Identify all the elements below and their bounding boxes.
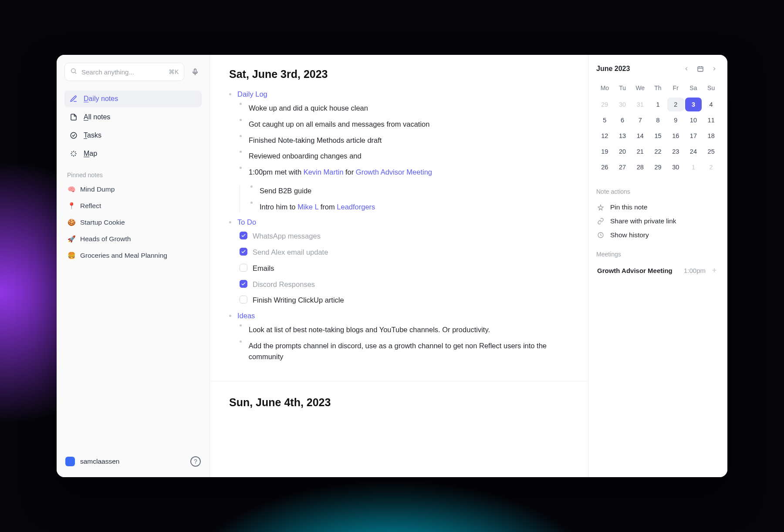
calendar-day[interactable]: 20	[614, 145, 631, 158]
calendar-day[interactable]: 21	[632, 145, 649, 158]
calendar-next-button[interactable]	[709, 64, 720, 74]
calendar-day[interactable]: 23	[667, 145, 684, 158]
bullet-icon	[240, 151, 242, 153]
calendar-grid: MoTuWeThFrSaSu29303112345678910111213141…	[596, 81, 720, 174]
calendar-day[interactable]: 28	[632, 160, 649, 174]
calendar-day[interactable]: 24	[685, 145, 702, 158]
calendar-day[interactable]: 30	[667, 160, 684, 174]
calendar-today-button[interactable]	[695, 64, 706, 74]
company-mention[interactable]: Leadforgers	[337, 203, 375, 211]
calendar-day[interactable]: 4	[703, 98, 720, 111]
user-avatar[interactable]	[65, 457, 75, 466]
calendar-day[interactable]: 14	[632, 129, 649, 143]
nav-label: Daily notes	[84, 95, 118, 103]
list-item: Finished Note-taking Methods article dra…	[240, 135, 569, 146]
calendar-day[interactable]: 29	[596, 98, 613, 111]
nav-label: Tasks	[84, 131, 101, 139]
meeting-time: 1:00pm	[684, 267, 706, 274]
daily-log-list: Woke up and did a quick house cleanGot c…	[229, 103, 569, 162]
sparkle-icon	[70, 150, 78, 158]
calendar-day[interactable]: 17	[685, 129, 702, 143]
checkbox[interactable]	[240, 296, 247, 303]
event-mention[interactable]: Growth Advisor Meeting	[356, 168, 432, 176]
action-pin[interactable]: Pin this note	[596, 200, 720, 214]
bullet-icon	[250, 185, 253, 188]
pencil-icon	[70, 95, 78, 103]
person-mention[interactable]: Kevin Martin	[304, 168, 344, 176]
todo-label: Send Alex email update	[253, 247, 328, 258]
calendar-day[interactable]: 10	[685, 113, 702, 127]
todo-list: WhatsApp messagesSend Alex email updateE…	[229, 231, 569, 306]
calendar-day[interactable]: 2	[703, 160, 720, 174]
calendar-day[interactable]: 31	[632, 98, 649, 111]
calendar-day[interactable]: 2	[667, 98, 684, 111]
bullet-icon	[240, 103, 242, 105]
calendar-day[interactable]: 6	[614, 113, 631, 127]
add-meeting-button[interactable]: +	[710, 266, 719, 275]
checkbox[interactable]	[240, 232, 247, 239]
pinned-label: Groceries and Meal Planning	[80, 252, 167, 259]
calendar-day[interactable]: 1	[685, 160, 702, 174]
calendar-day[interactable]: 30	[614, 98, 631, 111]
note-actions-header: Note actions	[596, 188, 720, 195]
pinned-item[interactable]: 🍪Startup Cookie	[64, 216, 202, 229]
list-item: Intro him to Mike L from Leadforgers	[250, 202, 569, 212]
calendar-day[interactable]: 1	[649, 98, 666, 111]
todo-label: Finish Writing ClickUp article	[253, 295, 344, 306]
pinned-list: 🧠Mind Dump📍Reflect🍪Startup Cookie🚀Heads …	[64, 183, 202, 262]
search-input[interactable]	[81, 68, 164, 76]
pinned-item[interactable]: 🍔Groceries and Meal Planning	[64, 249, 202, 262]
search-shortcut: ⌘K	[169, 68, 179, 75]
calendar-day[interactable]: 25	[703, 145, 720, 158]
calendar-day[interactable]: 22	[649, 145, 666, 158]
help-button[interactable]: ?	[190, 456, 201, 467]
nav-map[interactable]: Map	[64, 145, 202, 162]
user-name[interactable]: samclaassen	[80, 458, 185, 465]
item-text: Add the prompts channel in discord, use …	[249, 340, 569, 362]
calendar-day[interactable]: 15	[649, 129, 666, 143]
action-history[interactable]: Show history	[596, 228, 720, 242]
checkbox[interactable]	[240, 248, 247, 256]
calendar-day[interactable]: 16	[667, 129, 684, 143]
calendar-day[interactable]: 7	[632, 113, 649, 127]
pinned-item[interactable]: 🧠Mind Dump	[64, 183, 202, 196]
person-mention[interactable]: Mike L	[297, 203, 318, 211]
bullet-icon	[229, 315, 231, 317]
bullet-icon	[240, 119, 242, 121]
calendar-dow: Mo	[596, 81, 613, 96]
clock-icon	[597, 232, 605, 239]
calendar-day[interactable]: 3	[685, 98, 702, 111]
calendar-day[interactable]: 8	[649, 113, 666, 127]
search-box[interactable]: ⌘K	[64, 63, 184, 81]
calendar-day[interactable]: 18	[703, 129, 720, 143]
list-item: Look at list of best note-taking blogs a…	[240, 324, 569, 335]
checkbox[interactable]	[240, 280, 247, 288]
calendar-day[interactable]: 12	[596, 129, 613, 143]
calendar-day[interactable]: 29	[649, 160, 666, 174]
calendar-day[interactable]: 9	[667, 113, 684, 127]
editor[interactable]: Sat, June 3rd, 2023 Daily Log Woke up an…	[210, 55, 588, 477]
nav-tasks[interactable]: Tasks	[64, 127, 202, 144]
nav-all-notes[interactable]: All notes	[64, 109, 202, 125]
meeting-title: Growth Advisor Meeting	[597, 267, 679, 274]
pinned-emoji: 🍪	[67, 219, 76, 226]
pinned-emoji: 🚀	[67, 235, 76, 243]
calendar-day[interactable]: 26	[596, 160, 613, 174]
checkbox[interactable]	[240, 264, 247, 272]
calendar-day[interactable]: 19	[596, 145, 613, 158]
calendar-day[interactable]: 11	[703, 113, 720, 127]
action-label: Share with private link	[610, 217, 676, 225]
calendar-day[interactable]: 5	[596, 113, 613, 127]
voice-button[interactable]	[189, 64, 202, 80]
calendar-day[interactable]: 13	[614, 129, 631, 143]
meeting-row[interactable]: Growth Advisor Meeting1:00pm+	[596, 263, 720, 278]
bullet-icon	[229, 93, 231, 95]
pinned-item[interactable]: 📍Reflect	[64, 199, 202, 212]
pinned-item[interactable]: 🚀Heads of Growth	[64, 232, 202, 246]
todo-item: Finish Writing ClickUp article	[240, 295, 569, 306]
nav-daily-notes[interactable]: Daily notes	[64, 91, 202, 107]
bullet-icon	[240, 135, 242, 137]
calendar-day[interactable]: 27	[614, 160, 631, 174]
calendar-prev-button[interactable]	[681, 64, 692, 74]
action-share[interactable]: Share with private link	[596, 214, 720, 228]
